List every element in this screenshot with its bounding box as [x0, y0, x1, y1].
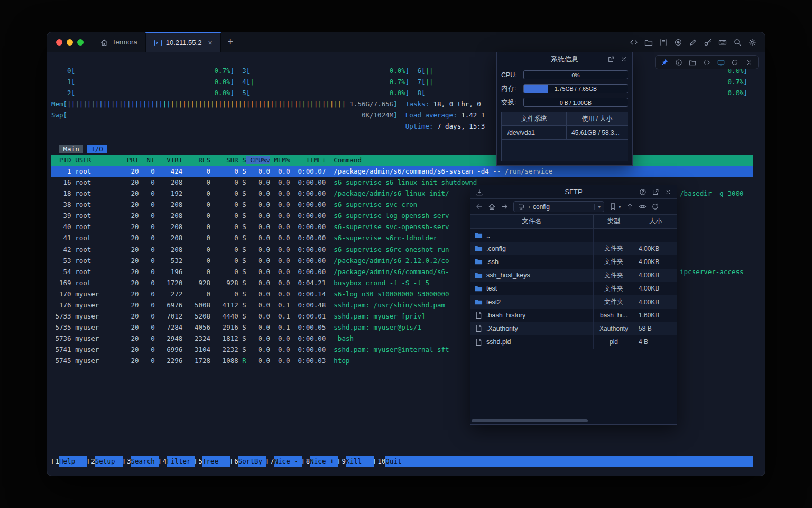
external-link-icon[interactable] [607, 55, 615, 64]
fkey-F7-label[interactable]: Nice - [274, 456, 302, 467]
file-name: .bash_history [486, 312, 525, 319]
bookmark-dropdown-icon[interactable]: ▾ [619, 204, 621, 210]
forward-icon[interactable] [501, 203, 509, 211]
sysinfo-title-actions [607, 52, 628, 66]
horizontal-scrollbar[interactable] [472, 419, 588, 422]
file-name: sshd.pid [486, 338, 511, 346]
pin-icon[interactable] [660, 58, 669, 67]
fkey-F8-label[interactable]: Nice + [310, 456, 338, 467]
cpu-usage-value: 0% [524, 71, 628, 79]
memory-meter-row: Mem[||||||||||||||||||||||||||||||||||||… [51, 98, 753, 110]
show-hidden-icon[interactable] [639, 203, 647, 211]
column-type[interactable]: 类型 [593, 215, 634, 228]
fkey-F6[interactable]: F6 [230, 456, 238, 467]
fkey-F1-label[interactable]: Help [59, 456, 87, 467]
file-type: pid [593, 335, 634, 349]
file-row[interactable]: ssh_host_keys文件夹4.00KB [470, 269, 677, 282]
code-icon[interactable] [630, 38, 638, 47]
computer-icon [517, 203, 525, 211]
code-icon[interactable] [703, 58, 711, 67]
fkey-F7[interactable]: F7 [266, 456, 274, 467]
fkey-F2[interactable]: F2 [87, 456, 95, 467]
fkey-F1[interactable]: F1 [51, 456, 59, 467]
file-type [593, 229, 634, 242]
refresh-icon[interactable] [651, 203, 659, 211]
process-row[interactable]: 1 root 20 0 424 0 0 S 0.0 0.0 0:00.07 /p… [51, 166, 753, 177]
fkey-F3[interactable]: F3 [123, 456, 131, 467]
column-filename[interactable]: 文件名 [470, 217, 593, 226]
fkey-F10-label[interactable]: Quit [385, 456, 413, 467]
file-row[interactable]: sshd.pidpid4 B [470, 335, 677, 349]
filesystem-table: 文件系统 使用 / 大小 /dev/vda1 45.61GB / 58.3... [501, 112, 628, 161]
file-size: 1.60KB [634, 312, 677, 319]
close-icon[interactable] [664, 188, 672, 196]
journal-icon[interactable] [659, 38, 668, 47]
file-row[interactable]: .XauthorityXauthority58 B [470, 322, 677, 335]
keyboard-icon[interactable] [718, 38, 727, 47]
file-row[interactable]: .config文件夹4.00KB [470, 242, 677, 255]
record-icon[interactable] [674, 38, 682, 47]
folder-icon[interactable] [688, 58, 697, 67]
tab-close-icon[interactable]: × [208, 39, 212, 47]
close-icon[interactable] [620, 55, 628, 64]
fs-usage-cell: 45.61GB / 58.3... [566, 126, 628, 139]
folder-icon [475, 298, 483, 306]
fkey-F9[interactable]: F9 [338, 456, 346, 467]
close-window-button[interactable] [56, 39, 62, 46]
file-row[interactable]: .. [470, 229, 677, 242]
display-icon[interactable] [717, 58, 725, 67]
home-icon[interactable] [488, 203, 496, 211]
breadcrumb-dropdown-icon[interactable]: ▾ [594, 204, 601, 210]
close-icon[interactable] [745, 58, 753, 67]
breadcrumb-current-folder[interactable]: config [533, 203, 550, 211]
window-controls [47, 32, 92, 52]
fkey-F8[interactable]: F8 [302, 456, 310, 467]
sftp-table-header: 文件名 类型 大小 [470, 215, 677, 229]
new-tab-button[interactable]: + [221, 32, 241, 52]
key-icon[interactable] [704, 38, 712, 47]
htop-tab-io[interactable]: I/O [87, 145, 107, 153]
fkey-F3-label[interactable]: Search [131, 456, 159, 467]
column-size[interactable]: 大小 [634, 217, 677, 226]
fkey-F5-label[interactable]: Tree [202, 456, 230, 467]
file-type: bash_hi... [593, 309, 634, 322]
htop-tab-main[interactable]: Main [59, 145, 83, 153]
fkey-F2-label[interactable]: Setup [95, 456, 123, 467]
fkey-F4[interactable]: F4 [159, 456, 167, 467]
tab-ssh-session[interactable]: 10.211.55.2 × [145, 32, 221, 52]
folder-icon [475, 244, 483, 252]
path-breadcrumb[interactable]: › config ▾ [513, 201, 604, 212]
zoom-window-button[interactable] [77, 39, 84, 46]
sort-column-cpu[interactable]: CPU%▽ [246, 156, 270, 164]
upload-icon[interactable] [626, 203, 634, 211]
file-row[interactable]: .bash_historybash_hi...1.60KB [470, 309, 677, 322]
terminal-line [51, 132, 753, 143]
fkey-F9-label[interactable]: Kill [346, 456, 374, 467]
fkey-F5[interactable]: F5 [195, 456, 202, 467]
minimize-window-button[interactable] [67, 39, 73, 46]
fkey-F10[interactable]: F10 [374, 456, 386, 467]
file-row[interactable]: .ssh文件夹4.00KB [470, 255, 677, 268]
info-icon[interactable] [675, 58, 683, 67]
file-name: .. [486, 232, 490, 239]
fkey-F6-label[interactable]: SortBy [238, 456, 266, 467]
folder-icon [475, 231, 483, 239]
tab-home[interactable]: Termora [92, 32, 145, 52]
bookmark-icon[interactable] [609, 203, 617, 211]
edit-icon[interactable] [689, 38, 697, 47]
help-icon[interactable] [639, 188, 647, 196]
fs-usage-header: 使用 / 大小 [566, 112, 628, 125]
external-link-icon[interactable] [651, 188, 660, 196]
titlebar: Termora 10.211.55.2 × + [47, 32, 765, 52]
filesystem-row[interactable]: /dev/vda1 45.61GB / 58.3... [502, 126, 628, 140]
file-row[interactable]: test文件夹4.00KB [470, 282, 677, 295]
file-row[interactable]: test2文件夹4.00KB [470, 295, 677, 309]
back-icon[interactable] [475, 203, 483, 211]
download-icon[interactable] [475, 188, 484, 197]
folder-icon [475, 271, 483, 279]
fkey-F4-label[interactable]: Filter [167, 456, 195, 467]
search-icon[interactable] [733, 38, 742, 47]
refresh-icon[interactable] [731, 58, 739, 67]
folder-icon[interactable] [644, 38, 653, 47]
settings-icon[interactable] [748, 38, 756, 47]
